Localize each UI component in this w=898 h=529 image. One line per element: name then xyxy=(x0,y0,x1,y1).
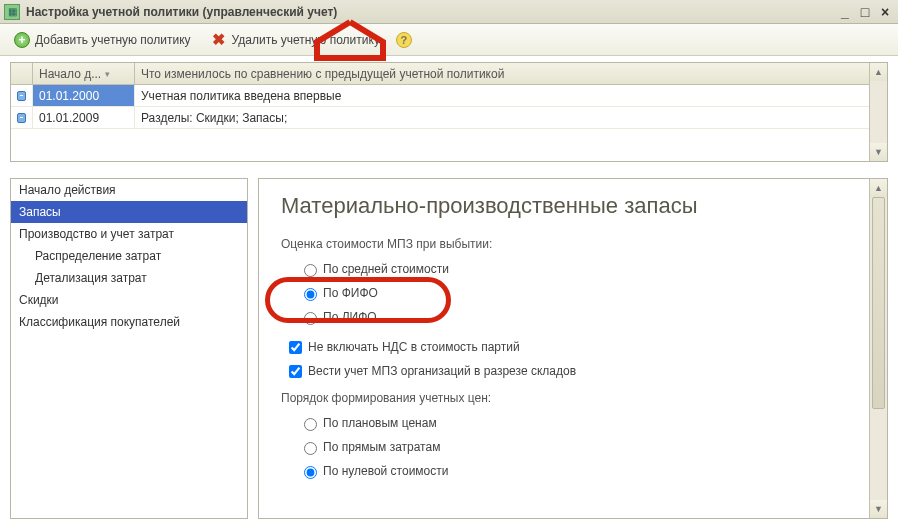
sidebar-item-label: Запасы xyxy=(19,205,61,219)
delete-policy-label: Удалить учетную политику xyxy=(232,33,380,47)
checkbox-input[interactable] xyxy=(289,341,302,354)
titlebar: ▦ Настройка учетной политики (управленче… xyxy=(0,0,898,24)
content-heading: Материально-производственные запасы xyxy=(281,193,865,219)
radio-label: По ФИФО xyxy=(323,286,378,300)
delete-policy-button[interactable]: ✖ Удалить учетную политику xyxy=(203,28,388,52)
radio-zero-cost[interactable]: По нулевой стоимости xyxy=(299,461,865,481)
sidebar-item-label: Распределение затрат xyxy=(35,249,161,263)
close-button[interactable]: × xyxy=(876,4,894,20)
toolbar: + Добавить учетную политику ✖ Удалить уч… xyxy=(0,24,898,56)
scroll-track[interactable] xyxy=(870,81,887,143)
scroll-up-icon[interactable]: ▲ xyxy=(870,179,887,197)
sidebar-item-label: Скидки xyxy=(19,293,59,307)
sidebar-item-start[interactable]: Начало действия xyxy=(11,179,247,201)
scroll-up-icon[interactable]: ▲ xyxy=(870,63,887,81)
checkbox-per-warehouse[interactable]: Вести учет МПЗ организаций в разрезе скл… xyxy=(285,361,865,381)
cost-method-label: Оценка стоимости МПЗ при выбытии: xyxy=(281,237,865,251)
plus-icon: + xyxy=(14,32,30,48)
table-cell-changes: Учетная политика введена впервые xyxy=(135,85,869,106)
table-header: Начало д... ▾ Что изменилось по сравнени… xyxy=(11,63,869,85)
row-icon xyxy=(17,91,26,101)
maximize-button[interactable]: □ xyxy=(856,4,874,20)
sort-indicator-icon: ▾ xyxy=(105,69,110,79)
radio-input[interactable] xyxy=(304,466,317,479)
table-header-start[interactable]: Начало д... ▾ xyxy=(33,63,135,84)
price-order-label: Порядок формирования учетных цен: xyxy=(281,391,865,405)
radio-direct-costs[interactable]: По прямым затратам xyxy=(299,437,865,457)
radio-label: По плановым ценам xyxy=(323,416,437,430)
add-policy-label: Добавить учетную политику xyxy=(35,33,191,47)
sidebar: Начало действия Запасы Производство и уч… xyxy=(10,178,248,519)
checkbox-label: Не включать НДС в стоимость партий xyxy=(308,340,520,354)
radio-input[interactable] xyxy=(304,312,317,325)
sidebar-item-cost-distribution[interactable]: Распределение затрат xyxy=(11,245,247,267)
radio-fifo[interactable]: По ФИФО xyxy=(299,283,865,303)
row-icon xyxy=(17,113,26,123)
radio-input[interactable] xyxy=(304,442,317,455)
sidebar-item-discounts[interactable]: Скидки xyxy=(11,289,247,311)
radio-label: По ЛИФО xyxy=(323,310,377,324)
sidebar-item-label: Начало действия xyxy=(19,183,116,197)
radio-input[interactable] xyxy=(304,418,317,431)
table-cell-changes: Разделы: Скидки; Запасы; xyxy=(135,107,869,128)
table-header-start-label: Начало д... xyxy=(39,67,101,81)
sidebar-item-label: Детализация затрат xyxy=(35,271,147,285)
table-header-icon[interactable] xyxy=(11,63,33,84)
radio-avg-cost[interactable]: По средней стоимости xyxy=(299,259,865,279)
content-panel: Материально-производственные запасы Оцен… xyxy=(258,178,888,519)
checkbox-input[interactable] xyxy=(289,365,302,378)
table-cell-date: 01.01.2000 xyxy=(33,85,135,106)
help-button[interactable]: ? xyxy=(392,28,416,52)
table-row[interactable]: 01.01.2009 Разделы: Скидки; Запасы; xyxy=(11,107,869,129)
table-header-changes-label: Что изменилось по сравнению с предыдущей… xyxy=(141,67,504,81)
table-row[interactable]: 01.01.2000 Учетная политика введена впер… xyxy=(11,85,869,107)
sidebar-item-label: Классификация покупателей xyxy=(19,315,180,329)
scroll-thumb[interactable] xyxy=(872,197,885,409)
sidebar-item-production[interactable]: Производство и учет затрат xyxy=(11,223,247,245)
help-icon: ? xyxy=(396,32,412,48)
sidebar-item-label: Производство и учет затрат xyxy=(19,227,174,241)
radio-input[interactable] xyxy=(304,264,317,277)
checkbox-exclude-vat[interactable]: Не включать НДС в стоимость партий xyxy=(285,337,865,357)
sidebar-item-cost-detail[interactable]: Детализация затрат xyxy=(11,267,247,289)
radio-input[interactable] xyxy=(304,288,317,301)
minimize-button[interactable]: _ xyxy=(836,4,854,20)
radio-label: По средней стоимости xyxy=(323,262,449,276)
radio-lifo[interactable]: По ЛИФО xyxy=(299,307,865,327)
radio-planned-prices[interactable]: По плановым ценам xyxy=(299,413,865,433)
scroll-track[interactable] xyxy=(870,197,887,500)
app-icon: ▦ xyxy=(4,4,20,20)
add-policy-button[interactable]: + Добавить учетную политику xyxy=(6,28,199,52)
radio-label: По прямым затратам xyxy=(323,440,440,454)
radio-label: По нулевой стоимости xyxy=(323,464,448,478)
scroll-down-icon[interactable]: ▼ xyxy=(870,143,887,161)
delete-icon: ✖ xyxy=(211,32,227,48)
table-header-changes[interactable]: Что изменилось по сравнению с предыдущей… xyxy=(135,63,869,84)
sidebar-item-classification[interactable]: Классификация покупателей xyxy=(11,311,247,333)
content-scrollbar[interactable]: ▲ ▼ xyxy=(869,179,887,518)
scroll-down-icon[interactable]: ▼ xyxy=(870,500,887,518)
sidebar-item-inventory[interactable]: Запасы xyxy=(11,201,247,223)
table-scrollbar[interactable]: ▲ ▼ xyxy=(869,63,887,161)
table-cell-date: 01.01.2009 xyxy=(33,107,135,128)
policy-table: Начало д... ▾ Что изменилось по сравнени… xyxy=(10,62,888,162)
window-title: Настройка учетной политики (управленческ… xyxy=(26,5,834,19)
checkbox-label: Вести учет МПЗ организаций в разрезе скл… xyxy=(308,364,576,378)
